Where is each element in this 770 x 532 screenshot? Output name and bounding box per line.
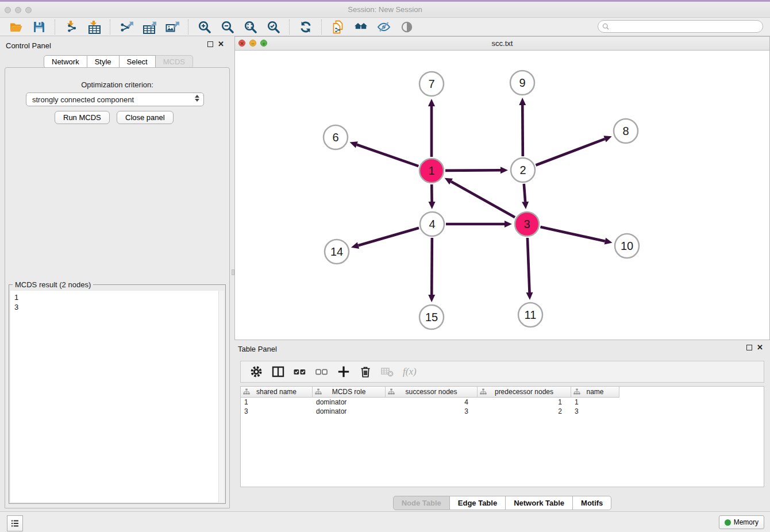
table-close-icon[interactable]: ✕ bbox=[757, 344, 763, 351]
edge-4-3[interactable] bbox=[446, 221, 512, 228]
tab-style[interactable]: Style bbox=[87, 55, 120, 68]
tab-network[interactable]: Network bbox=[44, 55, 87, 68]
delete-table-icon bbox=[380, 365, 394, 379]
function-builder-button[interactable]: f(x) bbox=[403, 366, 417, 377]
column-header-MCDS-role[interactable]: MCDS role bbox=[313, 387, 386, 398]
table-cell[interactable]: 3 bbox=[571, 407, 619, 416]
node-15[interactable]: 15 bbox=[419, 305, 444, 329]
node-3[interactable]: 3 bbox=[515, 212, 539, 236]
tab-motifs[interactable]: Motifs bbox=[573, 496, 611, 510]
close-panel-button[interactable]: Close panel bbox=[117, 111, 174, 124]
edge-1-7[interactable] bbox=[428, 99, 435, 157]
select-all-columns-button[interactable] bbox=[292, 364, 308, 380]
task-history-button[interactable] bbox=[7, 515, 23, 531]
export-image-button[interactable] bbox=[164, 19, 180, 35]
node-11[interactable]: 11 bbox=[518, 303, 542, 327]
table-cell[interactable]: 3 bbox=[386, 407, 478, 416]
mcds-result-textarea[interactable]: 1 3 bbox=[10, 291, 224, 502]
edge-3-11[interactable] bbox=[526, 238, 533, 300]
open-session-button[interactable] bbox=[8, 19, 24, 35]
column-layout-button[interactable] bbox=[270, 364, 286, 380]
node-2[interactable]: 2 bbox=[511, 158, 535, 182]
table-row[interactable]: 1dominator411 bbox=[241, 398, 764, 407]
criterion-dropdown[interactable]: strongly connected component bbox=[26, 92, 204, 106]
float-panel-icon[interactable] bbox=[207, 41, 213, 47]
svg-text:10: 10 bbox=[621, 240, 633, 252]
edge-4-15[interactable] bbox=[428, 238, 435, 302]
table-cell[interactable]: 1 bbox=[478, 398, 571, 407]
search-box[interactable] bbox=[598, 20, 763, 33]
node-6[interactable]: 6 bbox=[324, 125, 348, 149]
svg-text:7: 7 bbox=[428, 78, 434, 90]
edge-2-3[interactable] bbox=[522, 184, 529, 209]
table-cell[interactable]: 1 bbox=[241, 398, 313, 407]
result-scrollbar[interactable] bbox=[218, 291, 224, 502]
zoom-fit-button[interactable] bbox=[242, 19, 259, 35]
edge-2-9[interactable] bbox=[519, 98, 526, 156]
edge-1-4[interactable] bbox=[429, 184, 436, 209]
toggle-bird-view-button[interactable] bbox=[399, 19, 415, 35]
add-column-button[interactable] bbox=[336, 364, 352, 380]
refresh-network-button[interactable] bbox=[298, 19, 314, 35]
table-cell[interactable]: 1 bbox=[571, 398, 619, 407]
table-float-icon[interactable] bbox=[746, 345, 752, 350]
export-network-button[interactable] bbox=[118, 19, 134, 35]
memory-button[interactable]: Memory bbox=[719, 515, 764, 529]
tab-select[interactable]: Select bbox=[120, 55, 156, 68]
optimization-criterion-label: Optimization criterion: bbox=[5, 80, 229, 89]
tab-mcds[interactable]: MCDS bbox=[156, 55, 193, 68]
zoom-in-button[interactable] bbox=[197, 19, 213, 35]
export-table-button[interactable] bbox=[141, 19, 157, 35]
tab-network-table[interactable]: Network Table bbox=[506, 496, 573, 510]
mcds-result-group: MCDS result (2 nodes) 1 3 bbox=[9, 284, 226, 504]
delete-column-button[interactable] bbox=[357, 364, 374, 380]
duplicate-network-icon bbox=[331, 20, 345, 34]
node-4[interactable]: 4 bbox=[420, 212, 444, 236]
table-header-row: shared nameMCDS rolesuccessor nodesprede… bbox=[241, 387, 764, 398]
table-cell[interactable]: 2 bbox=[478, 407, 571, 416]
tab-node-table[interactable]: Node Table bbox=[393, 496, 450, 510]
node-14[interactable]: 14 bbox=[325, 240, 349, 264]
column-layout-icon bbox=[271, 365, 285, 379]
tab-edge-table[interactable]: Edge Table bbox=[450, 496, 506, 510]
column-header-name[interactable]: name bbox=[571, 387, 619, 398]
table-cell[interactable]: 3 bbox=[241, 407, 313, 416]
edge-3-10[interactable] bbox=[540, 227, 612, 244]
column-header-successor-nodes[interactable]: successor nodes bbox=[386, 387, 478, 398]
save-session-button[interactable] bbox=[31, 19, 47, 35]
node-7[interactable]: 7 bbox=[419, 72, 444, 96]
close-panel-icon[interactable]: ✕ bbox=[218, 40, 224, 48]
table-row[interactable]: 3dominator323 bbox=[241, 407, 764, 416]
table-cell[interactable]: dominator bbox=[313, 407, 386, 416]
search-input[interactable] bbox=[610, 22, 763, 31]
table-settings-button[interactable] bbox=[248, 364, 264, 380]
table-cell[interactable]: 4 bbox=[386, 398, 478, 407]
hide-panels-button[interactable] bbox=[376, 19, 392, 35]
node-8[interactable]: 8 bbox=[614, 119, 638, 143]
edge-3-1[interactable] bbox=[445, 178, 515, 218]
column-header-shared-name[interactable]: shared name bbox=[241, 387, 313, 398]
node-table[interactable]: shared nameMCDS rolesuccessor nodesprede… bbox=[240, 386, 764, 487]
home-layout-button[interactable] bbox=[353, 19, 369, 35]
import-network-button[interactable] bbox=[63, 19, 79, 35]
duplicate-network-button[interactable] bbox=[330, 19, 346, 35]
node-9[interactable]: 9 bbox=[510, 71, 534, 95]
edge-4-14[interactable] bbox=[351, 228, 419, 249]
deselect-all-columns-button[interactable] bbox=[314, 364, 330, 380]
table-cell[interactable]: dominator bbox=[313, 398, 386, 407]
network-canvas[interactable]: 1234678910111415 bbox=[235, 51, 769, 340]
zoom-selected-button[interactable] bbox=[265, 19, 282, 35]
column-label: MCDS role bbox=[332, 388, 366, 396]
network-window-titlebar[interactable]: ✕ − ＋ scc.txt bbox=[235, 37, 769, 51]
node-10[interactable]: 10 bbox=[615, 234, 639, 258]
edge-1-2[interactable] bbox=[445, 167, 508, 174]
network-window-title: scc.txt bbox=[235, 39, 769, 48]
import-table-button[interactable] bbox=[86, 19, 102, 35]
edge-1-6[interactable] bbox=[350, 141, 419, 166]
run-mcds-button[interactable]: Run MCDS bbox=[55, 111, 110, 124]
node-1[interactable]: 1 bbox=[419, 159, 444, 183]
delete-table-button[interactable] bbox=[379, 364, 395, 380]
zoom-out-button[interactable] bbox=[220, 19, 236, 35]
column-header-predecessor-nodes[interactable]: predecessor nodes bbox=[478, 387, 571, 398]
edge-2-8[interactable] bbox=[536, 136, 611, 165]
